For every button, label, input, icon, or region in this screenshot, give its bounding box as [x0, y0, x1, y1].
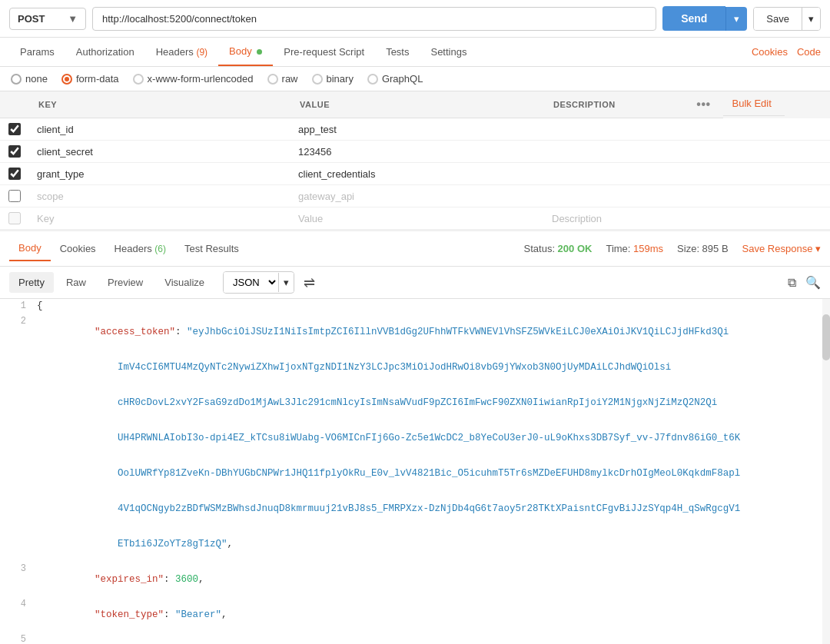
row3-check-cell	[0, 163, 29, 185]
radio-binary-label: binary	[327, 73, 354, 85]
row1-value: app_test	[298, 124, 337, 135]
json-line-4: 4 "token_type": "Bearer",	[0, 597, 830, 632]
tab-prerequest[interactable]: Pre-request Script	[273, 38, 375, 65]
radio-none[interactable]: none	[11, 73, 48, 85]
tab-headers[interactable]: Headers (9)	[145, 38, 218, 65]
radio-urlencoded-circle	[133, 74, 144, 85]
empty-checkbox[interactable]	[8, 212, 21, 224]
json-line-5: 5 "scope": "gateway_api"	[0, 632, 830, 644]
row4-value-cell: gateway_api	[290, 185, 544, 207]
row2-extra-cell	[723, 141, 830, 163]
token-type-key: "token_type"	[71, 609, 164, 620]
line-content-4: "token_type": "Bearer",	[37, 597, 830, 632]
row3-desc-cell	[544, 163, 685, 185]
tab-body[interactable]: Body	[218, 38, 273, 66]
row1-key: client_id	[37, 124, 74, 135]
more-dots-icon[interactable]: •••	[696, 98, 710, 111]
row4-key: scope	[37, 191, 64, 202]
json-format-select[interactable]: JSON	[224, 272, 278, 293]
table-row: client_secret 123456	[0, 141, 830, 163]
radio-urlencoded[interactable]: x-www-form-urlencoded	[133, 73, 254, 85]
col-value-header: VALUE	[290, 91, 544, 118]
empty-check-cell	[0, 207, 29, 230]
row1-check-cell	[0, 118, 29, 141]
access-token-key: "access_token"	[71, 327, 175, 337]
line-content-2d: UH4PRWNLAIobI3o-dpi4EZ_kTCsu8iWUabg-VO6M…	[37, 420, 830, 456]
code-tab-pretty[interactable]: Pretty	[9, 272, 54, 293]
radio-binary[interactable]: binary	[312, 73, 354, 85]
radio-raw-label: raw	[282, 73, 298, 85]
empty-desc-cell: Description	[544, 207, 685, 230]
status-label: Status: 200 OK	[524, 243, 593, 254]
row3-checkbox[interactable]	[8, 168, 21, 180]
code-view-tabs: Pretty Raw Preview Visualize JSON ▾ ⇌ ⧉ …	[0, 267, 830, 299]
json-line-3: 3 "expires_in": 3600,	[0, 562, 830, 597]
cookies-link[interactable]: Cookies	[752, 46, 788, 58]
table-row-empty: Key Value Description	[0, 207, 830, 230]
resp-tab-test-results[interactable]: Test Results	[175, 237, 248, 261]
line-content-2c: cHR0cDovL2xvY2FsaG9zdDo1MjAwL3Jlc291cmNl…	[37, 385, 830, 420]
tab-settings[interactable]: Settings	[420, 38, 477, 65]
line-num-2c	[0, 385, 37, 420]
code-link[interactable]: Code	[797, 46, 821, 58]
response-tabs-row: Body Cookies Headers (6) Test Results St…	[0, 230, 830, 267]
send-btn-group: Send ▾	[662, 6, 747, 31]
resp-tab-headers[interactable]: Headers (6)	[105, 237, 175, 261]
bulk-edit-button[interactable]: Bulk Edit	[732, 98, 772, 109]
col-check-header	[0, 91, 29, 118]
save-btn-group: Save ▾	[753, 7, 821, 31]
radio-graphql-label: GraphQL	[382, 73, 423, 85]
search-icon[interactable]: 🔍	[805, 275, 821, 290]
json-line-2d: UH4PRWNLAIobI3o-dpi4EZ_kTCsu8iWUabg-VO6M…	[0, 420, 830, 456]
access-token-val-line6: 4V1qOCNgyb2zBDfWSMzBWhsdJnuqD8kmrmuuj21v…	[71, 503, 740, 514]
row1-checkbox[interactable]	[8, 123, 21, 135]
method-select[interactable]: POST ▼	[9, 8, 86, 30]
json-format-select-group: JSON ▾	[223, 271, 294, 294]
json-line-1: 1 {	[0, 299, 830, 314]
send-dropdown-button[interactable]: ▾	[725, 7, 747, 31]
row4-action-cell	[685, 185, 723, 207]
wrap-icon[interactable]: ⇌	[304, 274, 315, 291]
radio-graphql-circle	[367, 74, 378, 85]
code-tab-visualize[interactable]: Visualize	[155, 272, 214, 293]
url-input[interactable]	[92, 7, 656, 31]
radio-form-data[interactable]: form-data	[61, 73, 119, 85]
access-token-val-line2: ImV4cCI6MTU4MzQyNTc2NywiZXhwIjoxNTgzNDI1…	[71, 362, 671, 373]
row4-checkbox[interactable]	[8, 190, 21, 202]
right-links: Cookies Code	[752, 46, 821, 58]
radio-raw[interactable]: raw	[267, 73, 298, 85]
token-type-val: "Bearer"	[175, 609, 221, 620]
code-tab-raw[interactable]: Raw	[57, 272, 95, 293]
save-button[interactable]: Save	[754, 8, 802, 30]
json-format-chevron-icon[interactable]: ▾	[278, 273, 294, 292]
row2-checkbox[interactable]	[8, 145, 21, 158]
empty-key: Key	[37, 213, 54, 224]
json-line-2e: OolUWRfYp81ZveKn-DBhYUGbCNPWr1JHQ11fplyO…	[0, 456, 830, 491]
line-content-5: "scope": "gateway_api"	[37, 632, 830, 644]
empty-value-cell: Value	[290, 207, 544, 230]
expires-in-val: 3600	[175, 574, 198, 585]
scrollbar-thumb[interactable]	[822, 314, 830, 360]
send-button[interactable]: Send	[662, 6, 725, 31]
body-dot	[257, 49, 262, 55]
json-line-2: 2 "access_token": "eyJhbGciOiJSUzI1NiIsI…	[0, 314, 830, 350]
line-content-2e: OolUWRfYp81ZveKn-DBhYUGbCNPWr1JHQ11fplyO…	[37, 456, 830, 491]
tab-params[interactable]: Params	[9, 38, 65, 65]
line-num-2e	[0, 456, 37, 491]
tab-authorization[interactable]: Authorization	[65, 38, 145, 65]
headers-badge: (9)	[196, 47, 208, 58]
save-response-button[interactable]: Save Response ▾	[742, 243, 821, 254]
access-token-val-line5: OolUWRfYp81ZveKn-DBhYUGbCNPWr1JHQ11fplyO…	[71, 468, 740, 479]
copy-icon[interactable]: ⧉	[788, 276, 796, 290]
row3-value: client_credentials	[298, 168, 375, 180]
tab-tests[interactable]: Tests	[375, 38, 420, 65]
resp-tab-cookies[interactable]: Cookies	[51, 237, 105, 261]
radio-graphql[interactable]: GraphQL	[367, 73, 423, 85]
vertical-scrollbar[interactable]	[822, 299, 830, 644]
save-dropdown-button[interactable]: ▾	[802, 8, 820, 30]
empty-value: Value	[298, 213, 323, 224]
json-line-2c: cHR0cDovL2xvY2FsaG9zdDo1MjAwL3Jlc291cmNl…	[0, 385, 830, 420]
code-tab-preview[interactable]: Preview	[98, 272, 152, 293]
radio-none-label: none	[25, 73, 48, 85]
resp-tab-body[interactable]: Body	[9, 236, 51, 261]
